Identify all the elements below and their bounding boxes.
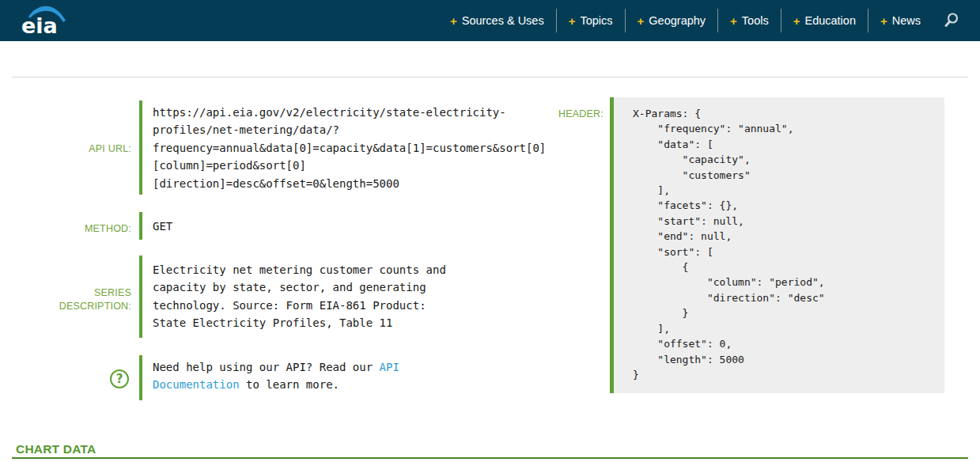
top-divider: [12, 77, 968, 78]
help-text: Need help using our API? Read our API Do…: [139, 355, 399, 400]
help-text-prefix: Need help using our API? Read our: [153, 361, 380, 373]
plus-icon: +: [793, 14, 800, 28]
nav-item-education[interactable]: + Education: [781, 9, 868, 32]
method-value: GET: [139, 212, 172, 240]
plus-icon: +: [569, 14, 576, 28]
nav-item-news[interactable]: + News: [868, 9, 933, 32]
api-url-value: https://api.eia.gov/v2/electricity/state…: [139, 100, 546, 195]
series-description-value: Electricity net metering customer counts…: [139, 256, 446, 338]
eia-logo[interactable]: eia: [19, 4, 68, 39]
x-params-panel: X-Params: { "frequency": "annual", "data…: [610, 97, 944, 393]
header-label: HEADER:: [524, 108, 604, 119]
search-icon: [944, 12, 959, 29]
nav-item-sources-uses[interactable]: + Sources & Uses: [438, 9, 556, 32]
nav-label: Geography: [649, 14, 706, 27]
main-nav: + Sources & Uses + Topics + Geography + …: [438, 0, 967, 41]
nav-item-topics[interactable]: + Topics: [556, 9, 625, 32]
svg-text:eia: eia: [21, 13, 58, 38]
api-url-label: API URL:: [32, 143, 131, 154]
plus-icon: +: [730, 14, 737, 28]
eia-logo-graphic: eia: [19, 4, 68, 39]
nav-label: Topics: [580, 14, 612, 27]
plus-icon: +: [880, 14, 887, 28]
chart-data-divider: [12, 457, 968, 459]
plus-icon: +: [450, 14, 457, 28]
nav-item-tools[interactable]: + Tools: [717, 9, 781, 32]
series-description-label: SERIES DESCRIPTION:: [44, 286, 131, 313]
method-label: METHOD:: [32, 223, 131, 234]
nav-label: Sources & Uses: [462, 14, 544, 27]
nav-label: News: [892, 14, 921, 27]
top-nav-bar: eia + Sources & Uses + Topics + Geograph…: [0, 0, 980, 41]
search-button[interactable]: [933, 12, 967, 29]
nav-item-geography[interactable]: + Geography: [625, 9, 718, 32]
eia-api-query-page: eia + Sources & Uses + Topics + Geograph…: [0, 0, 980, 462]
help-question-icon: ?: [110, 369, 129, 388]
nav-label: Tools: [742, 14, 769, 27]
chart-data-heading: CHART DATA: [16, 442, 96, 456]
plus-icon: +: [638, 14, 645, 28]
help-text-suffix: to learn more.: [240, 378, 339, 391]
nav-label: Education: [804, 14, 856, 27]
